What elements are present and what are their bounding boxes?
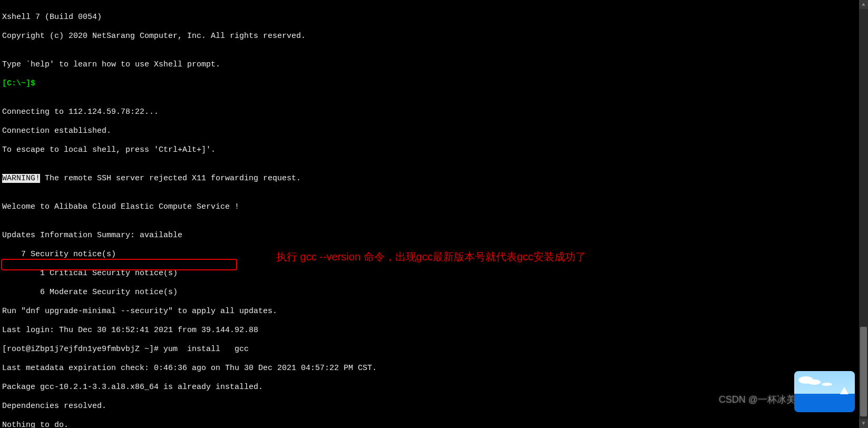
critical-notices: 1 Critical Security notice(s) bbox=[2, 269, 804, 278]
connected-line: Connection established. bbox=[2, 127, 804, 136]
upgrade-hint: Run "dnf upgrade-minimal --security" to … bbox=[2, 307, 804, 316]
local-prompt: [C:\~]$ bbox=[2, 79, 40, 88]
nothing-to-do: Nothing to do. bbox=[2, 421, 804, 428]
warning-text: The remote SSH server rejected X11 forwa… bbox=[40, 174, 301, 183]
copyright-line: Copyright (c) 2020 NetSarang Computer, I… bbox=[2, 32, 804, 41]
scrollbar-track[interactable]: ▲ ▼ bbox=[859, 0, 868, 428]
terminal-output[interactable]: Xshell 7 (Build 0054) Copyright (c) 2020… bbox=[0, 0, 806, 428]
annotation-text: 执行 gcc --version 命令，出现gcc最新版本号就代表gcc安装成功… bbox=[276, 252, 586, 261]
thumbnail-avatar bbox=[794, 371, 855, 412]
welcome-line: Welcome to Alibaba Cloud Elastic Compute… bbox=[2, 202, 804, 212]
command-text: yum install gcc bbox=[163, 345, 249, 354]
banner-line: Xshell 7 (Build 0054) bbox=[2, 13, 804, 22]
escape-hint: To escape to local shell, press 'Ctrl+Al… bbox=[2, 145, 804, 155]
metadata-check: Last metadata expiration check: 0:46:36 … bbox=[2, 364, 804, 373]
shell-prompt: [root@iZbp1j7ejfdn1ye9fmbvbjZ ~]# bbox=[2, 345, 163, 354]
scroll-up-button[interactable]: ▲ bbox=[859, 0, 868, 9]
warning-line: WARNING! The remote SSH server rejected … bbox=[2, 174, 804, 183]
help-hint: Type `help' to learn how to use Xshell p… bbox=[2, 60, 804, 70]
command-line-1: [root@iZbp1j7ejfdn1ye9fmbvbjZ ~]# yum in… bbox=[2, 345, 804, 354]
last-login: Last login: Thu Dec 30 16:52:41 2021 fro… bbox=[2, 326, 804, 335]
connecting-line: Connecting to 112.124.59.78:22... bbox=[2, 108, 804, 117]
scrollbar-thumb[interactable] bbox=[860, 327, 867, 416]
deps-resolved: Dependencies resolved. bbox=[2, 402, 804, 411]
already-installed: Package gcc-10.2.1-3.3.al8.x86_64 is alr… bbox=[2, 383, 804, 392]
moderate-notices: 6 Moderate Security notice(s) bbox=[2, 288, 804, 297]
scroll-down-button[interactable]: ▼ bbox=[859, 419, 868, 428]
updates-summary: Updates Information Summary: available bbox=[2, 231, 804, 240]
local-prompt-line: [C:\~]$ bbox=[2, 79, 804, 89]
warning-tag: WARNING! bbox=[2, 174, 40, 183]
